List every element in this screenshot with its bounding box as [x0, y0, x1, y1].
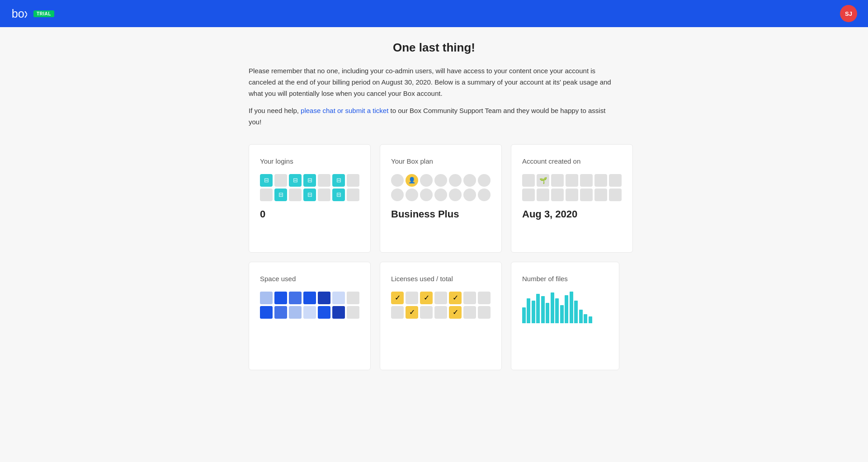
files-bar — [532, 301, 535, 323]
bar-group — [579, 310, 587, 323]
files-bar — [570, 292, 573, 323]
login-icon-cell: ⊟ — [260, 174, 273, 187]
checkmark-icon: ✓ — [409, 308, 415, 316]
plan-circle — [391, 174, 404, 187]
plan-circle — [463, 189, 476, 201]
acct-cell — [522, 189, 535, 201]
bar-group — [589, 316, 592, 323]
space-cell — [260, 292, 273, 304]
bar-group — [541, 296, 549, 323]
avatar[interactable]: SJ — [840, 5, 857, 22]
plan-circle — [420, 174, 433, 187]
licenses-title: Licenses used / total — [391, 275, 491, 283]
acct-cell — [566, 174, 578, 187]
login-icon-cell: ⊟ — [289, 174, 302, 187]
space-cell — [318, 306, 330, 319]
acct-cell — [609, 174, 622, 187]
login-icon-cell — [260, 189, 273, 201]
plan-circle — [478, 189, 491, 201]
cards-grid-row2: Space used Licenses — [249, 262, 619, 370]
license-cell — [463, 306, 476, 319]
checkmark-icon: ✓ — [424, 293, 429, 302]
description-1: Please remember that no one, including y… — [249, 66, 619, 99]
login-icon-cell — [318, 174, 330, 187]
space-cell — [332, 292, 345, 304]
space-cell — [289, 306, 302, 319]
acct-cell — [551, 174, 564, 187]
cards-grid-row1: Your logins ⊟ ⊟ ⊟ ⊟ ⊟ ⊟ ⊟ 0 — [249, 144, 619, 253]
login-icon-cell — [274, 174, 287, 187]
files-bar-chart — [522, 292, 608, 323]
files-bar — [541, 296, 545, 323]
login-icon-cell — [289, 189, 302, 201]
card-licenses: Licenses used / total ✓ ✓ ✓ ✓ ✓ — [380, 262, 502, 370]
login-icon-cell: ⊟ — [274, 189, 287, 201]
space-cell — [260, 306, 273, 319]
plan-circle — [406, 189, 418, 201]
space-cell — [332, 306, 345, 319]
support-link[interactable]: please chat or submit a ticket — [301, 107, 388, 114]
logins-title: Your logins — [260, 157, 359, 165]
files-bar — [589, 316, 592, 323]
acct-cell — [609, 189, 622, 201]
acct-cell — [522, 174, 535, 187]
plan-circle — [478, 174, 491, 187]
checkmark-icon: ✓ — [395, 293, 401, 302]
card-account-created: Account created on 🌱 — [511, 144, 633, 253]
license-cell: ✓ — [391, 292, 404, 304]
bar-group — [551, 292, 559, 323]
files-bar — [555, 298, 559, 323]
license-cell — [420, 306, 433, 319]
box-plan-title: Your Box plan — [391, 157, 491, 165]
login-icon-cell — [318, 189, 330, 201]
files-bar — [527, 298, 530, 323]
header-left: box TRIAL — [11, 5, 54, 22]
space-cell — [347, 306, 359, 319]
space-cell — [289, 292, 302, 304]
acct-cell-plant: 🌱 — [537, 174, 549, 187]
header: box TRIAL SJ — [0, 0, 868, 27]
plan-circle — [449, 189, 462, 201]
plan-circle — [420, 189, 433, 201]
plan-circle-gold: 👤 — [406, 174, 418, 187]
bar-group — [532, 294, 540, 323]
card-num-files: Number of files — [511, 262, 619, 370]
plan-circle — [434, 189, 447, 201]
space-cell — [274, 306, 287, 319]
files-bar — [584, 314, 587, 323]
bar-group — [570, 292, 578, 323]
space-cell — [303, 306, 316, 319]
acct-cell — [566, 189, 578, 201]
space-cell — [303, 292, 316, 304]
license-cell: ✓ — [420, 292, 433, 304]
files-bar — [546, 303, 549, 323]
acct-cell — [594, 189, 607, 201]
acct-cell — [594, 174, 607, 187]
license-cell — [478, 292, 491, 304]
login-icon-cell: ⊟ — [332, 174, 345, 187]
description-2: If you need help, please chat or submit … — [249, 105, 619, 128]
license-cell: ✓ — [449, 306, 462, 319]
files-bar — [522, 307, 526, 323]
card-space-used: Space used — [249, 262, 371, 370]
files-bar — [560, 305, 564, 323]
box-logo[interactable]: box — [11, 5, 29, 22]
license-cell — [434, 292, 447, 304]
license-grid: ✓ ✓ ✓ ✓ ✓ — [391, 292, 491, 319]
bar-group — [560, 295, 568, 323]
plan-circle — [463, 174, 476, 187]
box-plan-value: Business Plus — [391, 208, 491, 220]
license-cell — [406, 292, 418, 304]
files-bar — [574, 301, 578, 323]
files-bar — [536, 294, 540, 323]
card-logins: Your logins ⊟ ⊟ ⊟ ⊟ ⊟ ⊟ ⊟ 0 — [249, 144, 371, 253]
login-icon-cell: ⊟ — [332, 189, 345, 201]
login-icon-cell — [347, 189, 359, 201]
space-used-title: Space used — [260, 275, 359, 283]
acct-cell — [537, 189, 549, 201]
login-icon-cell: ⊟ — [303, 174, 316, 187]
bar-group — [522, 298, 530, 323]
plan-circle — [434, 174, 447, 187]
license-cell — [463, 292, 476, 304]
logins-value: 0 — [260, 208, 359, 220]
